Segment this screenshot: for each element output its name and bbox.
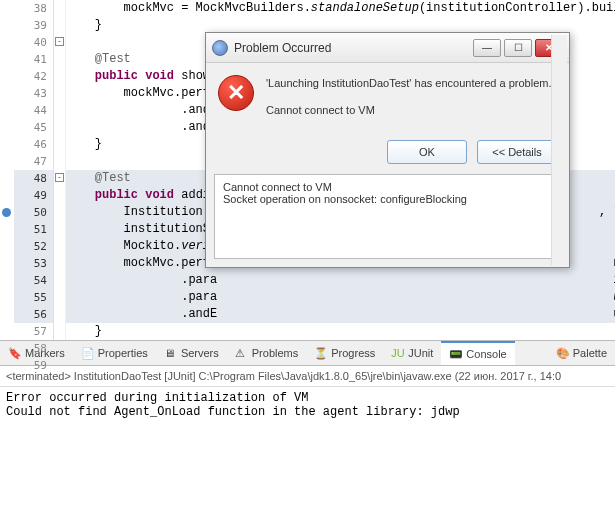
console-header: <terminated> InstitutionDaoTest [JUnit] … [0, 366, 615, 387]
views-tabbar[interactable]: 🔖Markers 📄Properties 🖥Servers ⚠Problems … [0, 340, 615, 366]
line-number: 39 [14, 17, 53, 34]
line-number: 50 [14, 204, 53, 221]
detail-line: Socket operation on nonsocket: configure… [223, 193, 552, 205]
fold-strip[interactable]: -- [54, 0, 66, 340]
code-line[interactable]: .para us(). [66, 289, 615, 306]
tab-problems[interactable]: ⚠Problems [227, 341, 306, 365]
ok-button[interactable]: OK [387, 140, 467, 164]
fold-toggle[interactable]: - [55, 37, 64, 46]
dialog-titlebar[interactable]: Problem Occurred — ☐ ✕ [206, 33, 569, 63]
line-number: 43 [14, 85, 53, 102]
line-number: 40 [14, 34, 53, 51]
line-number: 45 [14, 119, 53, 136]
console-line: Could not find Agent_OnLoad function in … [6, 405, 609, 419]
detail-line: Cannot connect to VM [223, 181, 552, 193]
code-line[interactable]: mockMvc = MockMvcBuilders.standaloneSetu… [66, 0, 615, 17]
line-number: 38 [14, 0, 53, 17]
line-number-gutter: 3839404142434445464748495051525354555657… [14, 0, 54, 340]
maximize-button[interactable]: ☐ [504, 39, 532, 57]
line-number: 48 [14, 170, 53, 187]
line-number: 51 [14, 221, 53, 238]
line-number: 49 [14, 187, 53, 204]
line-number: 54 [14, 272, 53, 289]
line-number: 42 [14, 68, 53, 85]
details-button[interactable]: << Details [477, 140, 557, 164]
error-text-primary: 'Launching InstitutionDaoTest' has encou… [266, 75, 557, 92]
servers-icon: 🖥 [164, 347, 177, 360]
tab-label: Palette [573, 347, 607, 359]
tab-label: JUnit [408, 347, 433, 359]
code-line[interactable]: .para insti [66, 272, 615, 289]
tab-console[interactable]: 📟Console [441, 341, 514, 365]
tab-label: Properties [98, 347, 148, 359]
junit-icon: JU [391, 347, 404, 360]
tab-properties[interactable]: 📄Properties [73, 341, 156, 365]
line-number: 41 [14, 51, 53, 68]
error-dialog: Problem Occurred — ☐ ✕ ✕ 'Launching Inst… [205, 32, 570, 268]
details-panel[interactable]: Cannot connect to VM Socket operation on… [214, 174, 561, 259]
dialog-title: Problem Occurred [234, 41, 467, 55]
tab-label: Servers [181, 347, 219, 359]
line-number: 57 [14, 323, 53, 340]
line-number: 46 [14, 136, 53, 153]
error-icon: ✕ [218, 75, 254, 111]
properties-icon: 📄 [81, 347, 94, 360]
tab-label: Problems [252, 347, 298, 359]
line-number: 47 [14, 153, 53, 170]
line-number: 58 [14, 340, 53, 357]
progress-icon: ⏳ [314, 347, 327, 360]
eclipse-icon [212, 40, 228, 56]
breakpoint-marker[interactable] [2, 208, 11, 217]
breakpoint-strip[interactable] [0, 0, 14, 340]
console-line: Error occurred during initialization of … [6, 391, 609, 405]
line-number: 55 [14, 289, 53, 306]
tab-progress[interactable]: ⏳Progress [306, 341, 383, 365]
tab-servers[interactable]: 🖥Servers [156, 341, 227, 365]
line-number: 53 [14, 255, 53, 272]
line-number: 44 [14, 102, 53, 119]
code-line[interactable]: } [66, 323, 615, 340]
details-scrollbar[interactable] [551, 174, 561, 259]
dialog-message: 'Launching InstitutionDaoTest' has encou… [266, 75, 557, 128]
tab-label: Progress [331, 347, 375, 359]
minimize-button[interactable]: — [473, 39, 501, 57]
tab-label: Console [466, 348, 506, 360]
palette-icon: 🎨 [556, 347, 569, 360]
console-icon: 📟 [449, 348, 462, 361]
error-text-secondary: Cannot connect to VM [266, 102, 557, 119]
problems-icon: ⚠ [235, 347, 248, 360]
line-number: 56 [14, 306, 53, 323]
tab-junit[interactable]: JUJUnit [383, 341, 441, 365]
code-line[interactable]: .andE uteEx [66, 306, 615, 323]
line-number: 52 [14, 238, 53, 255]
line-number: 59 [14, 357, 53, 374]
fold-toggle[interactable]: - [55, 173, 64, 182]
tab-palette[interactable]: 🎨Palette [548, 341, 615, 365]
console-output[interactable]: Error occurred during initialization of … [0, 387, 615, 423]
